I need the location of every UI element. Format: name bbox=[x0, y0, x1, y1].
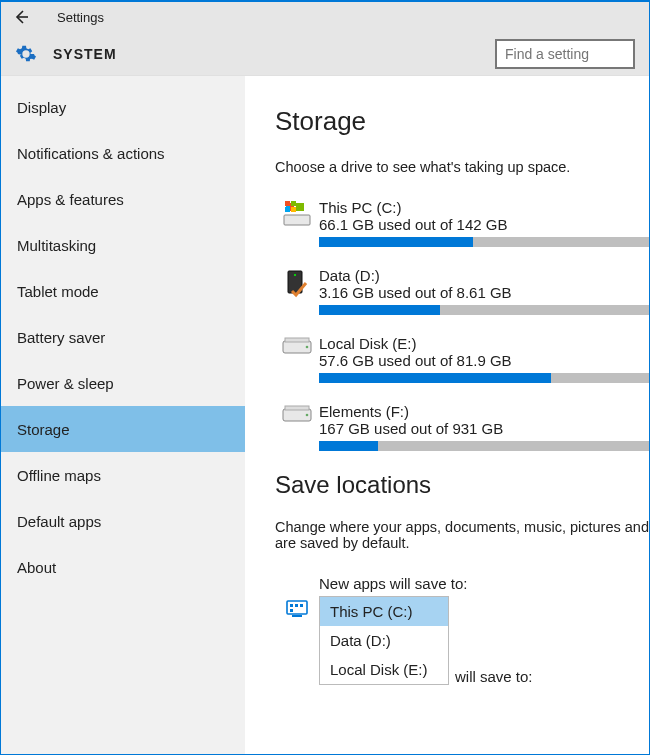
drive-usage-text: 167 GB used out of 931 GB bbox=[319, 420, 649, 437]
sidebar-item-multitasking[interactable]: Multitasking bbox=[1, 222, 245, 268]
body: DisplayNotifications & actionsApps & fea… bbox=[1, 76, 649, 754]
sidebar-item-display[interactable]: Display bbox=[1, 84, 245, 130]
settings-window: Settings SYSTEM DisplayNotifications & a… bbox=[0, 0, 650, 755]
drive-name: This PC (C:) bbox=[319, 199, 649, 216]
sidebar-item-label: Offline maps bbox=[17, 467, 101, 484]
sidebar-item-tablet-mode[interactable]: Tablet mode bbox=[1, 268, 245, 314]
drive-row[interactable]: Data (D:)3.16 GB used out of 8.61 GB bbox=[275, 267, 649, 315]
sidebar-item-label: About bbox=[17, 559, 56, 576]
windows-drive-icon bbox=[275, 199, 319, 247]
svg-rect-18 bbox=[290, 604, 293, 607]
svg-point-10 bbox=[294, 274, 296, 276]
new-apps-label: New apps will save to: bbox=[319, 575, 649, 592]
sidebar-item-storage[interactable]: Storage bbox=[1, 406, 245, 452]
hdd-icon bbox=[275, 403, 319, 451]
apps-icon bbox=[275, 596, 319, 685]
save-location-dropdown[interactable]: This PC (C:)Data (D:)Local Disk (E:) bbox=[319, 596, 449, 685]
drive-usage-bar bbox=[319, 305, 649, 315]
drives-list: This PC (C:)66.1 GB used out of 142 GBDa… bbox=[275, 199, 649, 451]
next-save-label-fragment: will save to: bbox=[455, 668, 533, 685]
sidebar-item-label: Tablet mode bbox=[17, 283, 99, 300]
sidebar-item-label: Battery saver bbox=[17, 329, 105, 346]
drive-info: This PC (C:)66.1 GB used out of 142 GB bbox=[319, 199, 649, 247]
drive-name: Elements (F:) bbox=[319, 403, 649, 420]
drive-usage-text: 57.6 GB used out of 81.9 GB bbox=[319, 352, 649, 369]
svg-rect-7 bbox=[285, 207, 290, 212]
drive-usage-text: 3.16 GB used out of 8.61 GB bbox=[319, 284, 649, 301]
header-bar: SYSTEM bbox=[1, 32, 649, 76]
sidebar-item-apps-features[interactable]: Apps & features bbox=[1, 176, 245, 222]
svg-rect-22 bbox=[292, 615, 302, 617]
section-title: SYSTEM bbox=[53, 46, 117, 62]
content: Storage Choose a drive to see what's tak… bbox=[245, 76, 649, 754]
back-arrow-icon bbox=[13, 9, 29, 25]
sidebar-item-notifications-actions[interactable]: Notifications & actions bbox=[1, 130, 245, 176]
sidebar-item-default-apps[interactable]: Default apps bbox=[1, 498, 245, 544]
sidebar-item-label: Power & sleep bbox=[17, 375, 114, 392]
sidebar-item-label: Multitasking bbox=[17, 237, 96, 254]
drive-name: Data (D:) bbox=[319, 267, 649, 284]
drive-usage-text: 66.1 GB used out of 142 GB bbox=[319, 216, 649, 233]
drive-name: Local Disk (E:) bbox=[319, 335, 649, 352]
drive-usage-bar-fill bbox=[319, 441, 378, 451]
sidebar-item-label: Storage bbox=[17, 421, 70, 438]
page-heading: Storage bbox=[275, 106, 649, 137]
save-locations-description: Change where your apps, documents, music… bbox=[275, 519, 649, 551]
gear-icon bbox=[15, 43, 37, 65]
svg-rect-20 bbox=[300, 604, 303, 607]
back-button[interactable] bbox=[9, 5, 33, 29]
svg-rect-5 bbox=[285, 201, 290, 206]
svg-rect-0 bbox=[284, 215, 310, 225]
svg-point-12 bbox=[306, 346, 309, 349]
dropdown-option[interactable]: Data (D:) bbox=[320, 626, 448, 655]
page-description: Choose a drive to see what's taking up s… bbox=[275, 159, 649, 175]
svg-point-15 bbox=[306, 414, 309, 417]
dropdown-option[interactable]: Local Disk (E:) bbox=[320, 655, 448, 684]
drive-row[interactable]: Elements (F:)167 GB used out of 931 GB bbox=[275, 403, 649, 451]
drive-usage-bar-fill bbox=[319, 237, 473, 247]
sidebar-item-battery-saver[interactable]: Battery saver bbox=[1, 314, 245, 360]
save-locations-heading: Save locations bbox=[275, 471, 649, 499]
svg-rect-21 bbox=[290, 609, 293, 612]
drive-row[interactable]: This PC (C:)66.1 GB used out of 142 GB bbox=[275, 199, 649, 247]
drive-orange-check-icon bbox=[275, 267, 319, 315]
drive-info: Local Disk (E:)57.6 GB used out of 81.9 … bbox=[319, 335, 649, 383]
drive-usage-bar-fill bbox=[319, 305, 440, 315]
search-container bbox=[495, 39, 635, 69]
sidebar: DisplayNotifications & actionsApps & fea… bbox=[1, 76, 245, 754]
titlebar: Settings bbox=[1, 2, 649, 32]
new-apps-row: This PC (C:)Data (D:)Local Disk (E:) wil… bbox=[275, 596, 649, 685]
drive-usage-bar-fill bbox=[319, 373, 551, 383]
drive-info: Elements (F:)167 GB used out of 931 GB bbox=[319, 403, 649, 451]
drive-info: Data (D:)3.16 GB used out of 8.61 GB bbox=[319, 267, 649, 315]
sidebar-item-label: Default apps bbox=[17, 513, 101, 530]
svg-rect-19 bbox=[295, 604, 298, 607]
svg-rect-8 bbox=[291, 207, 296, 212]
drive-usage-bar bbox=[319, 441, 649, 451]
dropdown-option[interactable]: This PC (C:) bbox=[320, 597, 448, 626]
sidebar-item-power-sleep[interactable]: Power & sleep bbox=[1, 360, 245, 406]
sidebar-item-about[interactable]: About bbox=[1, 544, 245, 590]
drive-usage-bar bbox=[319, 237, 649, 247]
svg-rect-6 bbox=[291, 201, 296, 206]
window-title: Settings bbox=[57, 10, 104, 25]
drive-row[interactable]: Local Disk (E:)57.6 GB used out of 81.9 … bbox=[275, 335, 649, 383]
svg-rect-2 bbox=[296, 203, 304, 211]
sidebar-item-label: Apps & features bbox=[17, 191, 124, 208]
drive-usage-bar bbox=[319, 373, 649, 383]
svg-rect-13 bbox=[285, 338, 309, 342]
sidebar-item-label: Display bbox=[17, 99, 66, 116]
search-input[interactable] bbox=[495, 39, 635, 69]
svg-rect-17 bbox=[287, 601, 307, 614]
sidebar-item-label: Notifications & actions bbox=[17, 145, 165, 162]
hdd-icon bbox=[275, 335, 319, 383]
svg-rect-16 bbox=[285, 406, 309, 410]
sidebar-item-offline-maps[interactable]: Offline maps bbox=[1, 452, 245, 498]
